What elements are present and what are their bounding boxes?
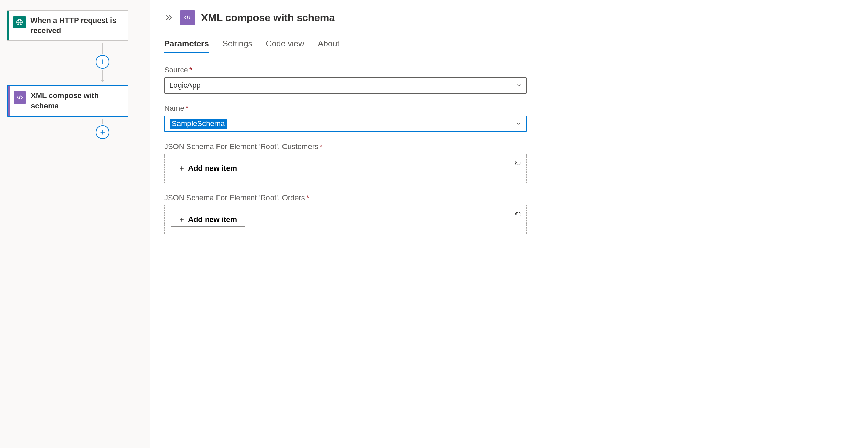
insert-step-button[interactable] [96, 55, 109, 69]
add-step-button[interactable] [96, 125, 109, 139]
label-text: Source [164, 66, 188, 74]
json-orders-array: Add new item [164, 205, 527, 234]
svg-line-5 [19, 96, 20, 99]
node-label: XML compose with schema [31, 91, 123, 111]
json-orders-label: JSON Schema For Element 'Root'. Orders* [164, 193, 854, 202]
tab-code-view[interactable]: Code view [266, 39, 304, 53]
name-value-selected: SampleSchema [170, 119, 227, 129]
switch-input-mode-icon[interactable] [514, 159, 522, 166]
node-label: When a HTTP request is received [30, 15, 123, 36]
field-json-customers: JSON Schema For Element 'Root'. Customer… [164, 142, 854, 183]
tab-parameters[interactable]: Parameters [164, 39, 209, 53]
tab-about[interactable]: About [318, 39, 340, 53]
field-json-orders: JSON Schema For Element 'Root'. Orders* … [164, 193, 854, 234]
source-label: Source* [164, 66, 854, 74]
panel-tabs: Parameters Settings Code view About [164, 39, 854, 53]
tab-settings[interactable]: Settings [223, 39, 252, 53]
connector [62, 43, 143, 82]
json-customers-array: Add new item [164, 154, 527, 183]
svg-line-8 [187, 16, 188, 20]
http-trigger-icon [13, 16, 26, 28]
chevron-down-icon [516, 121, 521, 126]
svg-rect-11 [516, 161, 520, 165]
field-source: Source* LogicApp [164, 66, 854, 94]
connector-end [62, 119, 143, 140]
required-asterisk: * [186, 104, 189, 112]
add-item-button-orders[interactable]: Add new item [171, 213, 245, 227]
name-label: Name* [164, 104, 854, 113]
xml-action-icon [180, 10, 195, 25]
xml-action-icon [14, 91, 26, 104]
node-xml-compose[interactable]: XML compose with schema [7, 85, 128, 116]
label-text: JSON Schema For Element 'Root'. Customer… [164, 142, 318, 151]
json-customers-label: JSON Schema For Element 'Root'. Customer… [164, 142, 854, 151]
switch-input-mode-icon[interactable] [514, 210, 522, 218]
required-asterisk: * [189, 66, 193, 74]
designer-canvas: When a HTTP request is received XML comp… [0, 0, 150, 448]
collapse-panel-icon[interactable] [164, 13, 174, 23]
label-text: JSON Schema For Element 'Root'. Orders [164, 193, 305, 202]
node-accent [7, 11, 9, 40]
source-value: LogicApp [169, 81, 201, 90]
node-http-trigger[interactable]: When a HTTP request is received [7, 10, 128, 41]
field-name: Name* SampleSchema [164, 104, 854, 132]
chevron-down-icon [516, 83, 522, 88]
required-asterisk: * [320, 142, 323, 151]
svg-rect-16 [516, 212, 520, 216]
source-select[interactable]: LogicApp [164, 77, 527, 94]
panel-header: XML compose with schema [164, 10, 854, 25]
name-select[interactable]: SampleSchema [164, 116, 527, 132]
required-asterisk: * [306, 193, 310, 202]
panel-title: XML compose with schema [201, 12, 335, 24]
label-text: Name [164, 104, 184, 112]
node-accent [8, 86, 10, 116]
action-panel: XML compose with schema Parameters Setti… [150, 0, 868, 448]
add-item-button-customers[interactable]: Add new item [171, 162, 245, 175]
add-item-label: Add new item [188, 164, 237, 173]
add-item-label: Add new item [188, 215, 237, 224]
